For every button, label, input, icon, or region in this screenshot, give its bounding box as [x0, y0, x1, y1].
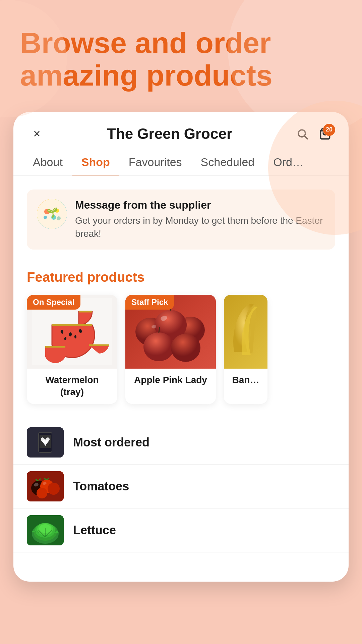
category-thumb-lettuce	[27, 515, 64, 545]
svg-point-37	[37, 488, 47, 498]
product-image-banana	[224, 295, 267, 369]
products-list: On Special	[13, 291, 349, 417]
category-item-lettuce[interactable]: Lettuce	[13, 508, 349, 552]
app-title: The Green Grocer	[51, 125, 288, 142]
category-item-tomatoes[interactable]: Tomatoes	[13, 465, 349, 508]
tab-shop[interactable]: Shop	[72, 149, 119, 175]
svg-rect-31	[40, 435, 51, 448]
tab-favourites[interactable]: Favourites	[119, 149, 191, 175]
product-card-watermelon[interactable]: On Special	[27, 295, 117, 404]
svg-point-36	[48, 483, 60, 495]
cart-badge: 20	[323, 124, 335, 136]
svg-point-24	[171, 334, 200, 362]
featured-section-title: Featured products	[13, 256, 349, 291]
svg-line-28	[159, 327, 160, 332]
category-thumb-most-ordered	[27, 427, 64, 458]
product-card-apple[interactable]: Staff Pick	[125, 295, 216, 404]
product-badge-apple: Staff Pick	[125, 295, 174, 310]
product-image-watermelon: On Special	[27, 295, 117, 369]
product-card-banana[interactable]: Ban…	[224, 295, 267, 404]
category-thumb-tomatoes	[27, 471, 64, 501]
message-text: Get your orders in by Monday to get them…	[75, 214, 325, 240]
product-name-watermelon: Watermelon(tray)	[27, 369, 117, 404]
svg-point-23	[143, 332, 174, 361]
tab-about[interactable]: About	[23, 149, 72, 175]
product-name-apple: Apple Pink Lady	[125, 369, 216, 391]
category-name-tomatoes: Tomatoes	[73, 479, 129, 493]
category-name-lettuce: Lettuce	[73, 523, 116, 537]
product-name-banana: Ban…	[224, 369, 267, 391]
tab-orders[interactable]: Ord…	[264, 149, 313, 175]
category-list: Most ordered	[13, 421, 349, 552]
product-badge-watermelon: On Special	[27, 295, 80, 310]
tab-bar: About Shop Favourites Scheduled Ord…	[13, 149, 349, 176]
supplier-avatar: 🌱	[37, 199, 67, 229]
tab-scheduled[interactable]: Scheduled	[191, 149, 264, 175]
category-name-most-ordered: Most ordered	[73, 435, 149, 449]
close-button[interactable]: ×	[29, 126, 44, 141]
svg-rect-29	[27, 427, 64, 458]
svg-text:🌱: 🌱	[46, 207, 58, 218]
cart-button[interactable]: 20	[318, 126, 333, 141]
category-item-most-ordered[interactable]: Most ordered	[13, 421, 349, 465]
product-image-apple: Staff Pick	[125, 295, 216, 369]
